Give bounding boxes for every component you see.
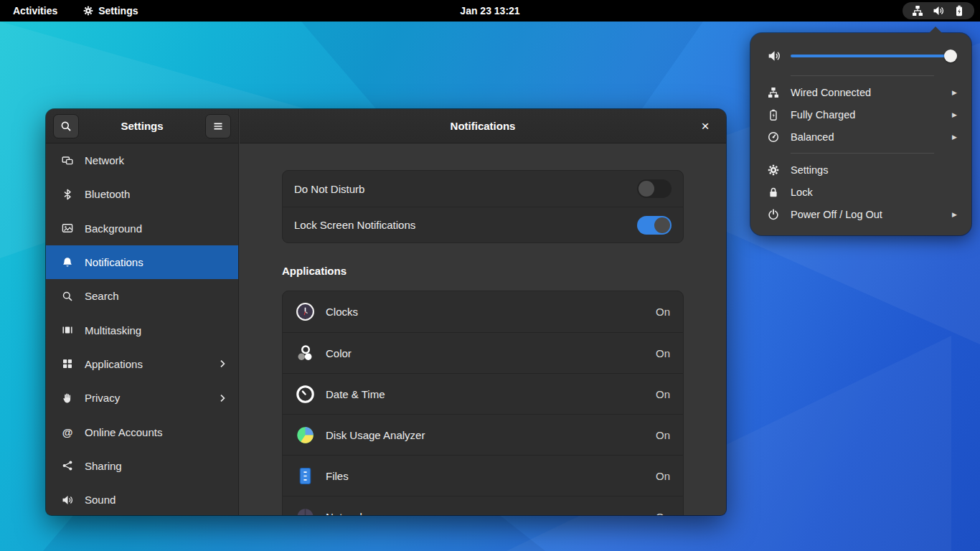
do-not-disturb-toggle[interactable]: [637, 179, 672, 198]
chevron-right-icon: [217, 392, 228, 404]
app-row-disk-usage-analyzer[interactable]: Disk Usage Analyzer On: [283, 414, 683, 455]
toggle-knob: [639, 181, 654, 197]
menu-item-power-off-log-out[interactable]: Power Off / Log Out ▶: [750, 203, 971, 225]
displays-icon: [62, 155, 73, 166]
multitasking-icon: [62, 324, 73, 336]
sidebar-title: Settings: [121, 120, 163, 132]
bluetooth-icon: [62, 189, 73, 200]
app-row-files[interactable]: Files On: [283, 455, 683, 496]
sidebar-list: Network Bluetooth Background Notificatio…: [46, 143, 238, 515]
sidebar-item-label: Bluetooth: [85, 188, 228, 200]
app-grid-icon: [62, 358, 73, 369]
sidebar-item-label: Multitasking: [85, 324, 228, 336]
sidebar-item-online-accounts[interactable]: @ Online Accounts: [46, 415, 238, 448]
close-icon: ×: [701, 118, 709, 134]
do-not-disturb-label: Do Not Disturb: [294, 183, 364, 195]
sidebar-item-label: Sound: [85, 494, 228, 506]
clock-label: Jan 23 13:21: [460, 5, 519, 17]
main-headerbar: Notifications ×: [240, 109, 726, 143]
bell-icon: [62, 257, 73, 268]
search-button[interactable]: [53, 114, 79, 138]
image-icon: [62, 222, 73, 234]
app-status: On: [656, 511, 670, 516]
clocks-app-icon: [296, 302, 315, 321]
app-row-date-time[interactable]: Date & Time On: [283, 373, 683, 414]
menu-item-balanced[interactable]: Balanced ▶: [750, 126, 971, 148]
focused-app-label: Settings: [98, 5, 138, 17]
menu-item-label: Fully Charged: [791, 109, 941, 121]
submenu-arrow-icon: ▶: [952, 111, 957, 118]
submenu-arrow-icon: ▶: [952, 133, 957, 141]
volume-high-icon: [768, 50, 781, 62]
notifications-panel: Notifications × Do Not Disturb Lock Scre…: [240, 109, 726, 515]
top-bar: Activities Settings Jan 23 13:21: [0, 0, 980, 22]
hand-icon: [62, 392, 73, 404]
app-name: Disk Usage Analyzer: [326, 429, 425, 441]
network-app-icon: [296, 507, 315, 516]
settings-window: Settings Network Bluetooth: [46, 109, 726, 515]
app-status: On: [656, 388, 670, 400]
share-icon: [62, 460, 73, 471]
menu-item-lock[interactable]: Lock: [750, 181, 971, 203]
app-name: Color: [326, 347, 352, 359]
sidebar-item-sharing[interactable]: Sharing: [46, 449, 238, 483]
speaker-icon: [62, 494, 73, 506]
sidebar-item-multitasking[interactable]: Multitasking: [46, 313, 238, 347]
menu-item-label: Power Off / Log Out: [791, 209, 941, 220]
sidebar-item-sound[interactable]: Sound: [46, 483, 238, 515]
sidebar-item-bluetooth[interactable]: Bluetooth: [46, 177, 238, 211]
applications-card: Clocks On Color On Date & Time On: [282, 291, 684, 515]
volume-slider-track: [791, 55, 956, 57]
app-name: Date & Time: [326, 388, 385, 400]
menu-item-label: Balanced: [791, 131, 941, 143]
notifications-content: Do Not Disturb Lock Screen Notifications…: [240, 143, 726, 515]
sidebar-header: Settings: [46, 109, 238, 143]
volume-slider[interactable]: [791, 50, 956, 62]
close-button[interactable]: ×: [692, 109, 719, 143]
app-row-clocks[interactable]: Clocks On: [283, 291, 683, 332]
menu-separator: [791, 153, 934, 154]
system-status-area[interactable]: [903, 2, 974, 19]
app-status: On: [656, 306, 670, 318]
sidebar-item-label: Network: [85, 154, 228, 166]
color-app-icon: [296, 344, 315, 363]
battery-charged-icon: [768, 109, 779, 121]
toggles-card: Do Not Disturb Lock Screen Notifications: [282, 170, 684, 243]
menu-item-label: Wired Connected: [791, 87, 941, 98]
sidebar-item-network[interactable]: Network: [46, 143, 238, 177]
app-name: Network: [326, 511, 365, 516]
chevron-right-icon: [217, 358, 228, 369]
menu-item-fully-charged[interactable]: Fully Charged ▶: [750, 103, 971, 126]
menu-item-settings[interactable]: Settings: [750, 159, 971, 181]
menu-item-label: Settings: [791, 164, 957, 176]
volume-slider-knob[interactable]: [944, 50, 957, 62]
gear-icon: [83, 6, 93, 16]
clock-button[interactable]: Jan 23 13:21: [451, 0, 528, 22]
do-not-disturb-row[interactable]: Do Not Disturb: [283, 171, 683, 207]
gear-icon: [768, 164, 779, 176]
network-wired-icon: [768, 87, 779, 98]
files-app-icon: [296, 466, 315, 486]
app-menu-button[interactable]: Settings: [70, 0, 151, 22]
menu-item-wired-connected[interactable]: Wired Connected ▶: [750, 81, 971, 103]
sidebar-item-applications[interactable]: Applications: [46, 347, 238, 381]
sidebar-item-notifications[interactable]: Notifications: [46, 245, 238, 279]
sidebar-item-background[interactable]: Background: [46, 212, 238, 245]
menu-item-label: Lock: [791, 187, 957, 198]
lock-screen-notifications-toggle[interactable]: [637, 216, 672, 235]
sidebar-item-search[interactable]: Search: [46, 279, 238, 313]
app-name: Files: [326, 470, 349, 482]
sidebar-item-privacy[interactable]: Privacy: [46, 381, 238, 415]
lock-screen-notifications-row[interactable]: Lock Screen Notifications: [283, 207, 683, 242]
primary-menu-button[interactable]: [205, 114, 231, 138]
app-status: On: [656, 429, 670, 441]
lock-icon: [768, 187, 779, 198]
power-icon: [768, 209, 779, 220]
activities-button[interactable]: Activities: [0, 0, 70, 22]
app-status: On: [656, 347, 670, 359]
activities-label: Activities: [13, 5, 57, 17]
app-row-network[interactable]: Network On: [283, 496, 683, 515]
lock-screen-notifications-label: Lock Screen Notifications: [294, 219, 415, 231]
app-row-color[interactable]: Color On: [283, 332, 683, 373]
app-status: On: [656, 470, 670, 482]
